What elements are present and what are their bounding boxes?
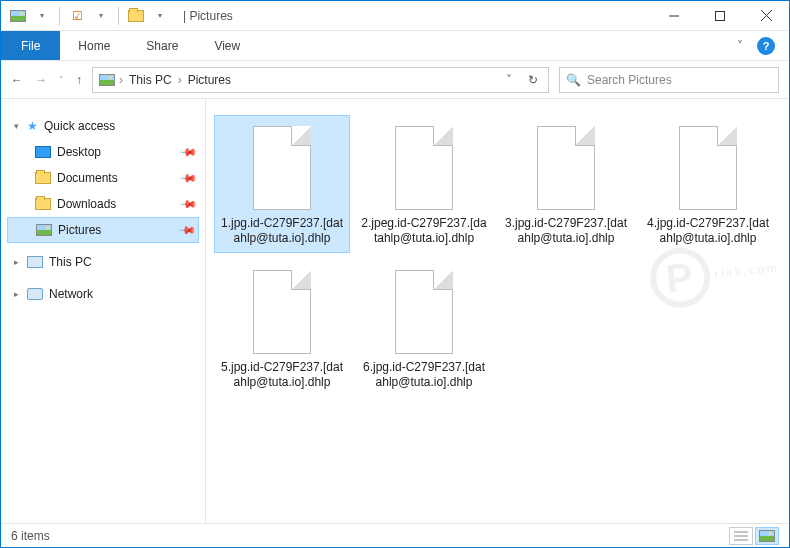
file-icon (247, 122, 317, 210)
nav-buttons: ← → ˅ ↑ (11, 73, 82, 87)
file-name: 2.jpeg.id-C279F237.[datahlp@tuta.io].dhl… (360, 216, 488, 246)
thumbnails-view-button[interactable] (755, 527, 779, 545)
file-item[interactable]: 6.jpg.id-C279F237.[datahlp@tuta.io].dhlp (356, 259, 492, 397)
tab-view[interactable]: View (196, 31, 258, 60)
network-icon (27, 288, 43, 300)
new-folder-icon[interactable] (125, 5, 147, 27)
pin-icon: 📌 (178, 142, 197, 161)
quick-access-toolbar: ▾ ☑ ▾ ▾ (1, 5, 177, 27)
file-list[interactable]: 1.jpg.id-C279F237.[datahlp@tuta.io].dhlp… (206, 99, 789, 523)
chevron-right-icon[interactable]: › (119, 73, 123, 87)
window-controls (651, 1, 789, 31)
nav-network[interactable]: ▸ Network (7, 281, 199, 307)
address-dropdown[interactable]: ˅ (498, 73, 520, 87)
content-area: ▾ Quick access Desktop 📌 Documents 📌 Dow… (1, 99, 789, 523)
ribbon-right: ˅ ? (737, 31, 789, 60)
nav-pictures[interactable]: Pictures 📌 (7, 217, 199, 243)
recent-locations-dropdown[interactable]: ˅ (59, 75, 64, 85)
chevron-right-icon[interactable]: › (178, 73, 182, 87)
nav-downloads[interactable]: Downloads 📌 (7, 191, 199, 217)
file-item[interactable]: 3.jpg.id-C279F237.[datahlp@tuta.io].dhlp (498, 115, 634, 253)
file-item[interactable]: 4.jpg.id-C279F237.[datahlp@tuta.io].dhlp (640, 115, 776, 253)
separator (118, 7, 119, 25)
qat-dropdown-2[interactable]: ▾ (90, 5, 112, 27)
nav-documents[interactable]: Documents 📌 (7, 165, 199, 191)
chevron-down-icon[interactable]: ▾ (11, 121, 21, 131)
item-count: 6 items (11, 529, 50, 543)
nav-label: Pictures (58, 223, 101, 237)
file-item[interactable]: 5.jpg.id-C279F237.[datahlp@tuta.io].dhlp (214, 259, 350, 397)
nav-desktop[interactable]: Desktop 📌 (7, 139, 199, 165)
maximize-button[interactable] (697, 1, 743, 31)
qat-dropdown[interactable]: ▾ (31, 5, 53, 27)
nav-label: This PC (49, 255, 92, 269)
titlebar: ▾ ☑ ▾ ▾ | Pictures (1, 1, 789, 31)
file-icon (389, 266, 459, 354)
file-name: 5.jpg.id-C279F237.[datahlp@tuta.io].dhlp (218, 360, 346, 390)
file-name: 6.jpg.id-C279F237.[datahlp@tuta.io].dhlp (360, 360, 488, 390)
pc-icon (27, 256, 43, 268)
file-item[interactable]: 2.jpeg.id-C279F237.[datahlp@tuta.io].dhl… (356, 115, 492, 253)
tab-file[interactable]: File (1, 31, 60, 60)
crumb-thispc[interactable]: This PC (127, 73, 174, 87)
star-icon (27, 119, 38, 133)
window-title: | Pictures (183, 9, 233, 23)
chevron-right-icon[interactable]: ▸ (11, 289, 21, 299)
nav-label: Quick access (44, 119, 115, 133)
nav-label: Network (49, 287, 93, 301)
file-name: 3.jpg.id-C279F237.[datahlp@tuta.io].dhlp (502, 216, 630, 246)
app-icon (7, 5, 29, 27)
ribbon-tabs: File Home Share View ˅ ? (1, 31, 789, 61)
back-button[interactable]: ← (11, 73, 23, 87)
up-button[interactable]: ↑ (76, 73, 82, 87)
view-toggles (729, 527, 779, 545)
search-icon: 🔍 (566, 73, 581, 87)
nav-label: Downloads (57, 197, 116, 211)
tab-share[interactable]: Share (128, 31, 196, 60)
close-button[interactable] (743, 1, 789, 31)
crumb-pictures[interactable]: Pictures (186, 73, 233, 87)
address-row: ← → ˅ ↑ › This PC › Pictures ˅ ↻ 🔍 Searc… (1, 61, 789, 99)
pin-icon: 📌 (178, 168, 197, 187)
file-icon (531, 122, 601, 210)
chevron-right-icon[interactable]: ▸ (11, 257, 21, 267)
file-name: 4.jpg.id-C279F237.[datahlp@tuta.io].dhlp (644, 216, 772, 246)
pin-icon: 📌 (178, 194, 197, 213)
qat-overflow[interactable]: ▾ (149, 5, 171, 27)
svg-rect-1 (716, 11, 725, 20)
file-grid: 1.jpg.id-C279F237.[datahlp@tuta.io].dhlp… (214, 115, 781, 397)
ribbon-collapse-icon[interactable]: ˅ (737, 39, 743, 53)
tab-home[interactable]: Home (60, 31, 128, 60)
details-view-button[interactable] (729, 527, 753, 545)
desktop-icon (35, 146, 51, 158)
separator (59, 7, 60, 25)
pictures-icon (36, 224, 52, 236)
status-bar: 6 items (1, 523, 789, 547)
search-box[interactable]: 🔍 Search Pictures (559, 67, 779, 93)
refresh-button[interactable]: ↻ (524, 73, 542, 87)
minimize-button[interactable] (651, 1, 697, 31)
file-name: 1.jpg.id-C279F237.[datahlp@tuta.io].dhlp (218, 216, 346, 246)
forward-button[interactable]: → (35, 73, 47, 87)
help-icon[interactable]: ? (757, 37, 775, 55)
navigation-pane: ▾ Quick access Desktop 📌 Documents 📌 Dow… (1, 99, 206, 523)
file-icon (673, 122, 743, 210)
folder-icon (35, 198, 51, 210)
nav-label: Documents (57, 171, 118, 185)
file-icon (389, 122, 459, 210)
address-bar[interactable]: › This PC › Pictures ˅ ↻ (92, 67, 549, 93)
file-item[interactable]: 1.jpg.id-C279F237.[datahlp@tuta.io].dhlp (214, 115, 350, 253)
search-placeholder: Search Pictures (587, 73, 672, 87)
nav-this-pc[interactable]: ▸ This PC (7, 249, 199, 275)
file-icon (247, 266, 317, 354)
pin-icon: 📌 (177, 220, 196, 239)
nav-label: Desktop (57, 145, 101, 159)
folder-icon (35, 172, 51, 184)
properties-icon[interactable]: ☑ (66, 5, 88, 27)
location-icon (99, 74, 115, 86)
nav-quick-access[interactable]: ▾ Quick access (7, 113, 199, 139)
